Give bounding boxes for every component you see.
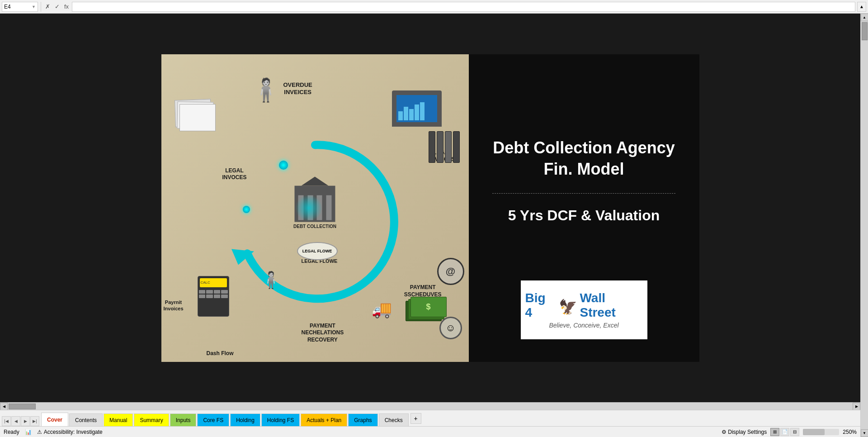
spreadsheet-area: DEBT COLLECTION OVERDUEINVEICES LEGALINV…: [0, 14, 860, 437]
view-buttons: ⊞ 📄 ⊟: [770, 428, 799, 436]
calculator-icon: CALC: [198, 276, 229, 317]
tabs-container: Cover Contents Manual Summary Inputs Cor…: [41, 410, 409, 426]
vehicle-icon: 🚚: [372, 300, 392, 319]
formula-expand-button[interactable]: ▲: [857, 2, 866, 12]
tab-inputs[interactable]: Inputs: [170, 413, 197, 426]
accessibility-icon: ⚠: [37, 429, 42, 435]
cancel-icon[interactable]: ✗: [44, 3, 52, 10]
normal-view-button[interactable]: ⊞: [770, 428, 779, 436]
scrollbar-track[interactable]: [861, 21, 868, 429]
status-right: ⚙ Display Settings ⊞ 📄 ⊟ 250%: [722, 428, 857, 436]
zoom-slider[interactable]: [803, 429, 839, 435]
formula-bar: E4 ▼ ✗ ✓ fx ▲: [0, 0, 868, 14]
tab-contents[interactable]: Contents: [69, 413, 103, 426]
person-top-icon: 🧍: [252, 77, 280, 103]
overdue-invoices-label: OVERDUEINVEICES: [283, 81, 312, 97]
slide-illustration: DEBT COLLECTION OVERDUEINVEICES LEGALINV…: [161, 54, 469, 362]
illustration: DEBT COLLECTION OVERDUEINVEICES LEGALINV…: [161, 54, 469, 362]
hscroll-right-button[interactable]: ▶: [853, 403, 860, 410]
sheet-tabs-area: |◀ ◀ ▶ ▶| Cover Contents Manual Summary …: [0, 410, 860, 426]
sheet-nav-next[interactable]: ▶: [21, 416, 30, 426]
workbook-stats-icon: 📊: [25, 429, 32, 435]
legal-flowe-badge: LEGAL FLOWE: [297, 242, 338, 260]
tab-holding-fs[interactable]: Holding FS: [261, 413, 300, 426]
cell-reference[interactable]: E4 ▼: [2, 2, 38, 12]
display-settings-label[interactable]: ⚙ Display Settings: [722, 429, 767, 435]
tab-actuals-plan[interactable]: Actuals + Plan: [301, 413, 347, 426]
glow-dot-1: [279, 161, 288, 170]
tab-checks[interactable]: Checks: [379, 413, 409, 426]
logo-big4: Big 4: [525, 291, 555, 320]
cash-flow-label: Dash Flow: [207, 350, 234, 357]
sheet-nav-first[interactable]: |◀: [2, 416, 11, 426]
function-icon[interactable]: fx: [63, 3, 70, 10]
confirm-icon[interactable]: ✓: [53, 3, 61, 10]
money-stack-icon: $: [406, 301, 442, 321]
glow-dot-2: [243, 206, 250, 213]
slide-container: DEBT COLLECTION OVERDUEINVEICES LEGALINV…: [161, 54, 699, 362]
logo-eagle-icon: 🦅: [559, 296, 576, 314]
zoom-level: 250%: [843, 429, 857, 435]
slide-text-panel: Debt Collection Agency Fin. Model 5 Yrs …: [469, 54, 699, 362]
hscroll-left-button[interactable]: ◀: [0, 403, 8, 410]
tab-graphs[interactable]: Graphs: [348, 413, 377, 426]
hscroll-thumb[interactable]: [9, 404, 36, 409]
cell-content: DEBT COLLECTION OVERDUEINVEICES LEGALINV…: [0, 14, 860, 402]
smiley-icon: ☺: [439, 317, 462, 339]
scrollbar-thumb[interactable]: [862, 22, 868, 40]
logo-tagline: Believe, Conceive, Excel: [549, 322, 618, 329]
page-break-button[interactable]: ⊟: [790, 428, 799, 436]
display-settings-icon: ⚙: [722, 429, 726, 435]
tab-manual[interactable]: Manual: [104, 413, 133, 426]
person-bottom-icon: 🧍: [261, 271, 281, 290]
add-sheet-button[interactable]: +: [410, 413, 421, 424]
sheet-nav-prev[interactable]: ◀: [11, 416, 20, 426]
main-area: DEBT COLLECTION OVERDUEINVEICES LEGALINV…: [0, 14, 868, 437]
tab-summary[interactable]: Summary: [134, 413, 169, 426]
hscroll-track[interactable]: [8, 403, 853, 410]
zoom-bar: [803, 429, 825, 435]
svg-text:🦅: 🦅: [559, 298, 576, 314]
doc-stack-3: [179, 104, 216, 131]
slide-title: Debt Collection Agency Fin. Model: [482, 138, 686, 180]
logo-wallstreet: Wall Street: [580, 291, 642, 320]
ready-status: Ready: [4, 429, 19, 435]
formula-input[interactable]: [72, 2, 855, 12]
legal-invoces-label: LEGALINVOCES: [222, 167, 247, 181]
payment-invoices-label: PayrnitInvoices: [164, 299, 184, 312]
payment-scheduves-label: PAYMENTSSCHEDUVES: [404, 284, 442, 298]
tab-holding[interactable]: Holding: [230, 413, 260, 426]
sheet-nav-last[interactable]: ▶|: [30, 416, 39, 426]
binders-icon: [429, 131, 460, 163]
logo-text: Big 4 🦅 Wall Street: [525, 291, 643, 320]
payment-negotiations-label: PAYMENTNECHELATIONSRECOVERY: [302, 323, 344, 344]
glow-effect: [295, 195, 322, 222]
logo-box: Big 4 🦅 Wall Street Believe, Conceive, E…: [521, 280, 647, 339]
scrollbar-down-button[interactable]: ▼: [861, 429, 868, 437]
right-vertical-scrollbar[interactable]: ▲ ▼: [860, 14, 868, 437]
status-bar: Ready 📊 ⚠ Accessibility: Investigate ⚙ D…: [0, 426, 860, 437]
monitor-icon: [392, 90, 442, 127]
page-layout-button[interactable]: 📄: [780, 428, 789, 436]
slide-divider: [492, 193, 675, 194]
formula-divider: [41, 2, 41, 12]
tab-core-fs[interactable]: Core FS: [197, 413, 229, 426]
sheet-nav-buttons: |◀ ◀ ▶ ▶|: [0, 416, 41, 426]
status-left: Ready 📊 ⚠ Accessibility: Investigate: [4, 429, 103, 435]
scrollbar-up-button[interactable]: ▲: [861, 14, 868, 21]
circle-arrow-svg: [229, 136, 401, 308]
tab-cover[interactable]: Cover: [41, 413, 68, 426]
slide-subtitle: 5 Yrs DCF & Valuation: [508, 207, 660, 224]
accessibility-label[interactable]: ⚠ Accessibility: Investigate: [37, 429, 103, 435]
at-symbol: @: [437, 258, 464, 285]
horizontal-scrollbar: ◀ ▶: [0, 402, 860, 410]
